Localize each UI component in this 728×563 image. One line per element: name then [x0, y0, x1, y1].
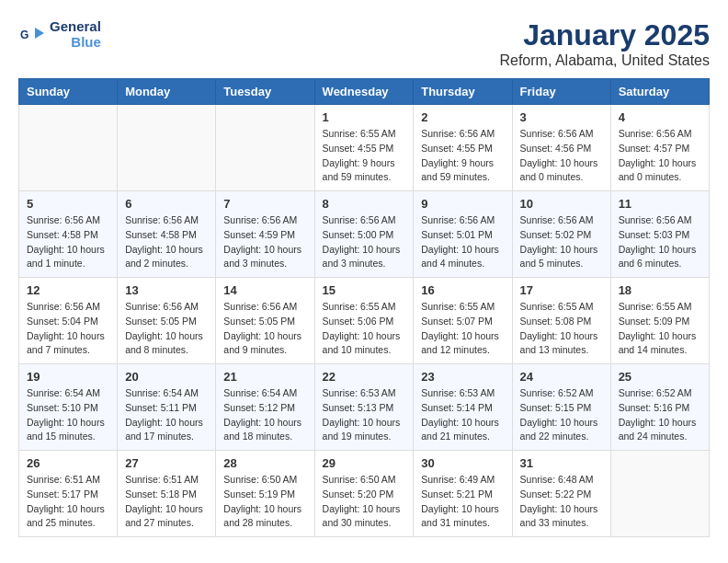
day-info: Sunrise: 6:56 AM Sunset: 4:57 PM Dayligh… [619, 127, 701, 185]
logo-line1: General [50, 18, 101, 34]
day-number: 27 [125, 456, 208, 470]
day-info: Sunrise: 6:56 AM Sunset: 5:04 PM Dayligh… [27, 300, 109, 358]
calendar-cell: 28Sunrise: 6:50 AM Sunset: 5:19 PM Dayli… [216, 451, 314, 537]
day-number: 9 [421, 197, 504, 211]
day-info: Sunrise: 6:56 AM Sunset: 5:05 PM Dayligh… [125, 300, 208, 358]
day-info: Sunrise: 6:54 AM Sunset: 5:10 PM Dayligh… [27, 386, 109, 444]
calendar-cell: 17Sunrise: 6:55 AM Sunset: 5:08 PM Dayli… [512, 278, 610, 364]
day-info: Sunrise: 6:48 AM Sunset: 5:22 PM Dayligh… [520, 473, 603, 531]
calendar-cell: 5Sunrise: 6:56 AM Sunset: 4:58 PM Daylig… [19, 191, 118, 278]
weekday-header: Friday [512, 79, 610, 105]
weekday-header: Wednesday [314, 79, 414, 105]
day-number: 8 [323, 197, 406, 211]
weekday-header: Thursday [414, 79, 512, 105]
calendar-cell: 21Sunrise: 6:54 AM Sunset: 5:12 PM Dayli… [216, 364, 314, 451]
calendar-cell: 26Sunrise: 6:51 AM Sunset: 5:17 PM Dayli… [19, 451, 118, 537]
calendar-cell [216, 105, 314, 191]
day-number: 16 [421, 283, 504, 297]
day-info: Sunrise: 6:52 AM Sunset: 5:15 PM Dayligh… [520, 386, 603, 444]
day-number: 10 [520, 197, 603, 211]
day-number: 11 [619, 197, 701, 211]
day-number: 30 [421, 456, 504, 470]
calendar-cell: 27Sunrise: 6:51 AM Sunset: 5:18 PM Dayli… [118, 451, 216, 537]
day-info: Sunrise: 6:56 AM Sunset: 4:58 PM Dayligh… [125, 213, 208, 271]
calendar-cell: 2Sunrise: 6:56 AM Sunset: 4:55 PM Daylig… [414, 105, 512, 191]
day-info: Sunrise: 6:50 AM Sunset: 5:19 PM Dayligh… [223, 473, 306, 531]
day-info: Sunrise: 6:56 AM Sunset: 5:05 PM Dayligh… [223, 300, 306, 358]
day-info: Sunrise: 6:56 AM Sunset: 4:58 PM Dayligh… [27, 213, 109, 271]
day-info: Sunrise: 6:56 AM Sunset: 5:00 PM Dayligh… [323, 213, 406, 271]
day-info: Sunrise: 6:54 AM Sunset: 5:12 PM Dayligh… [223, 386, 306, 444]
day-number: 3 [520, 110, 603, 124]
day-number: 4 [619, 110, 701, 124]
svg-text:G: G [20, 29, 28, 41]
calendar-cell: 10Sunrise: 6:56 AM Sunset: 5:02 PM Dayli… [512, 191, 610, 278]
weekday-header: Monday [118, 79, 216, 105]
day-info: Sunrise: 6:51 AM Sunset: 5:17 PM Dayligh… [27, 473, 109, 531]
day-number: 15 [323, 283, 406, 297]
svg-marker-1 [35, 28, 44, 39]
day-info: Sunrise: 6:53 AM Sunset: 5:14 PM Dayligh… [421, 386, 504, 444]
day-info: Sunrise: 6:55 AM Sunset: 4:55 PM Dayligh… [323, 127, 406, 185]
weekday-header: Sunday [19, 79, 118, 105]
weekday-header: Tuesday [216, 79, 314, 105]
day-info: Sunrise: 6:56 AM Sunset: 5:01 PM Dayligh… [421, 213, 504, 271]
day-info: Sunrise: 6:56 AM Sunset: 5:02 PM Dayligh… [520, 213, 603, 271]
day-info: Sunrise: 6:56 AM Sunset: 4:55 PM Dayligh… [421, 127, 504, 185]
day-number: 18 [619, 283, 701, 297]
calendar-cell: 14Sunrise: 6:56 AM Sunset: 5:05 PM Dayli… [216, 278, 314, 364]
calendar-cell: 30Sunrise: 6:49 AM Sunset: 5:21 PM Dayli… [414, 451, 512, 537]
day-info: Sunrise: 6:55 AM Sunset: 5:07 PM Dayligh… [421, 300, 504, 358]
day-number: 5 [27, 197, 109, 211]
day-number: 6 [125, 197, 208, 211]
day-number: 19 [27, 370, 109, 384]
day-number: 7 [223, 197, 306, 211]
day-number: 20 [125, 370, 208, 384]
calendar-cell: 31Sunrise: 6:48 AM Sunset: 5:22 PM Dayli… [512, 451, 610, 537]
calendar-cell [19, 105, 118, 191]
day-number: 26 [27, 456, 109, 470]
day-info: Sunrise: 6:55 AM Sunset: 5:06 PM Dayligh… [323, 300, 406, 358]
day-info: Sunrise: 6:50 AM Sunset: 5:20 PM Dayligh… [323, 473, 406, 531]
day-number: 13 [125, 283, 208, 297]
calendar-table: SundayMondayTuesdayWednesdayThursdayFrid… [18, 78, 710, 537]
day-info: Sunrise: 6:52 AM Sunset: 5:16 PM Dayligh… [619, 386, 701, 444]
calendar-cell: 1Sunrise: 6:55 AM Sunset: 4:55 PM Daylig… [314, 105, 414, 191]
day-info: Sunrise: 6:56 AM Sunset: 4:56 PM Dayligh… [520, 127, 603, 185]
calendar-cell: 6Sunrise: 6:56 AM Sunset: 4:58 PM Daylig… [118, 191, 216, 278]
day-number: 29 [323, 456, 406, 470]
day-info: Sunrise: 6:55 AM Sunset: 5:08 PM Dayligh… [520, 300, 603, 358]
day-info: Sunrise: 6:51 AM Sunset: 5:18 PM Dayligh… [125, 473, 208, 531]
calendar-cell: 15Sunrise: 6:55 AM Sunset: 5:06 PM Dayli… [314, 278, 414, 364]
calendar-cell: 24Sunrise: 6:52 AM Sunset: 5:15 PM Dayli… [512, 364, 610, 451]
day-number: 23 [421, 370, 504, 384]
page-title: January 2025 [18, 18, 710, 52]
day-number: 22 [323, 370, 406, 384]
day-info: Sunrise: 6:56 AM Sunset: 4:59 PM Dayligh… [223, 213, 306, 271]
calendar-cell: 3Sunrise: 6:56 AM Sunset: 4:56 PM Daylig… [512, 105, 610, 191]
calendar-cell [610, 451, 709, 537]
day-number: 14 [223, 283, 306, 297]
calendar-cell: 20Sunrise: 6:54 AM Sunset: 5:11 PM Dayli… [118, 364, 216, 451]
calendar-cell: 23Sunrise: 6:53 AM Sunset: 5:14 PM Dayli… [414, 364, 512, 451]
weekday-header: Saturday [610, 79, 709, 105]
calendar-cell: 13Sunrise: 6:56 AM Sunset: 5:05 PM Dayli… [118, 278, 216, 364]
day-info: Sunrise: 6:56 AM Sunset: 5:03 PM Dayligh… [619, 213, 701, 271]
logo-icon: G [18, 20, 46, 48]
day-number: 25 [619, 370, 701, 384]
calendar-cell: 16Sunrise: 6:55 AM Sunset: 5:07 PM Dayli… [414, 278, 512, 364]
day-number: 28 [223, 456, 306, 470]
day-info: Sunrise: 6:54 AM Sunset: 5:11 PM Dayligh… [125, 386, 208, 444]
day-number: 12 [27, 283, 109, 297]
calendar-cell: 8Sunrise: 6:56 AM Sunset: 5:00 PM Daylig… [314, 191, 414, 278]
calendar-cell: 25Sunrise: 6:52 AM Sunset: 5:16 PM Dayli… [610, 364, 709, 451]
calendar-cell: 22Sunrise: 6:53 AM Sunset: 5:13 PM Dayli… [314, 364, 414, 451]
day-number: 24 [520, 370, 603, 384]
calendar-cell: 4Sunrise: 6:56 AM Sunset: 4:57 PM Daylig… [610, 105, 709, 191]
day-info: Sunrise: 6:55 AM Sunset: 5:09 PM Dayligh… [619, 300, 701, 358]
page-subtitle: Reform, Alabama, United States [18, 52, 710, 69]
day-number: 2 [421, 110, 504, 124]
day-info: Sunrise: 6:53 AM Sunset: 5:13 PM Dayligh… [323, 386, 406, 444]
day-number: 31 [520, 456, 603, 470]
day-number: 17 [520, 283, 603, 297]
